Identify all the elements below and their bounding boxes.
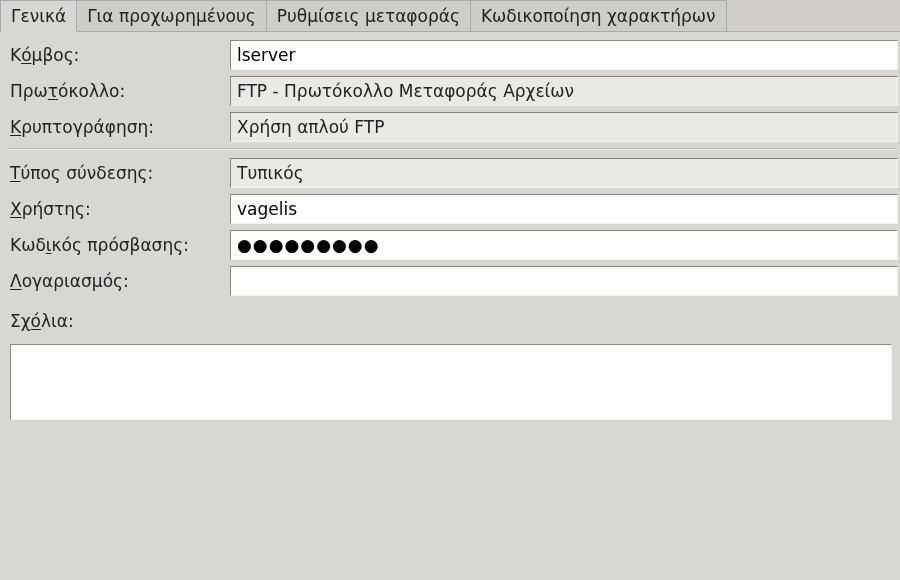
user-label: Χρήστης: xyxy=(4,199,230,219)
account-label: Λογαριασμός: xyxy=(4,271,230,291)
protocol-label: Πρωτόκολλο: xyxy=(4,81,230,101)
host-input[interactable] xyxy=(230,40,898,70)
tab-charset[interactable]: Κωδικοποίηση χαρακτήρων xyxy=(470,0,727,31)
user-input[interactable] xyxy=(230,194,898,224)
host-label: Κόμβος: xyxy=(4,45,230,65)
comments-textarea[interactable] xyxy=(10,344,892,420)
password-input[interactable] xyxy=(230,230,898,260)
tab-general[interactable]: Γενικά xyxy=(0,0,77,32)
comments-label: Σχόλια: xyxy=(4,311,230,331)
tab-transfer-settings[interactable]: Ρυθμίσεις μεταφοράς xyxy=(266,0,471,31)
logon-type-label: Τύπος σύνδεσης: xyxy=(4,163,230,183)
tab-bar: Γενικά Για προχωρημένους Ρυθμίσεις μεταφ… xyxy=(0,0,900,32)
account-input[interactable] xyxy=(230,266,898,296)
protocol-dropdown[interactable]: FTP - Πρωτόκολλο Μεταφοράς Αρχείων xyxy=(230,76,898,106)
separator xyxy=(8,148,896,150)
encryption-label: Κρυπτογράφηση: xyxy=(4,117,230,137)
encryption-dropdown[interactable]: Χρήση απλού FTP xyxy=(230,112,898,142)
tab-advanced[interactable]: Για προχωρημένους xyxy=(76,0,267,31)
password-label: Κωδικός πρόσβασης: xyxy=(4,235,230,255)
general-panel: Κόμβος: Πρωτόκολλο: FTP - Πρωτόκολλο Μετ… xyxy=(0,32,900,424)
logon-type-dropdown[interactable]: Τυπικός xyxy=(230,158,898,188)
